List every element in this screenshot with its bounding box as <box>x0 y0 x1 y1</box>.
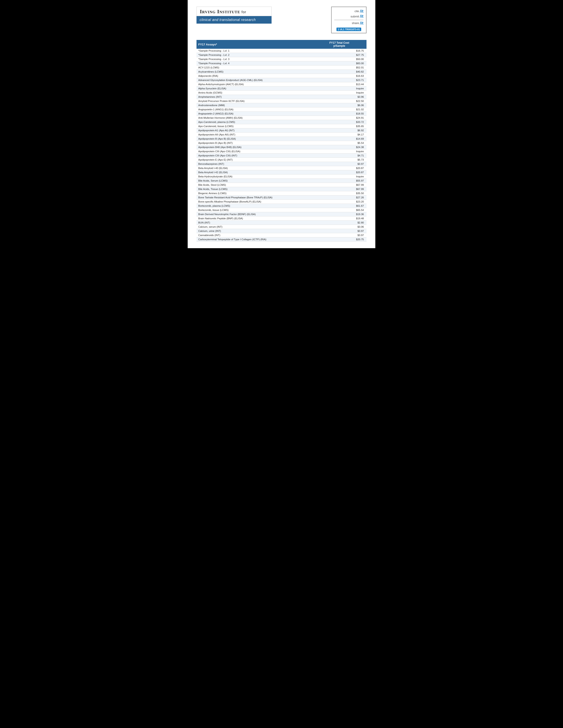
table-row: Apo-Carotenoid, tissue (LCMS)$35.65 <box>196 124 367 128</box>
assay-cost: $67.99 <box>312 187 367 191</box>
assay-cost: Inquire <box>312 86 367 91</box>
assay-cost: Inquire <box>312 174 367 179</box>
table-row: Apolipoprotein AII (Apo AII) (INT)$4.17 <box>196 133 367 137</box>
table-row: Apolipoprotein A1 (Apo AI) (INT)$6.92 <box>196 128 367 133</box>
table-row: Beta Amyloid I-40 (ELISA)$20.87 <box>196 166 367 170</box>
table-row: Bortezomib, tissue (LCMS)$65.54 <box>196 208 367 212</box>
assay-cost: $27.26 <box>312 195 367 200</box>
assay-cost: $22.50 <box>312 99 367 103</box>
assay-cost: $40.82 <box>312 70 367 74</box>
col-cost-line2: p/Sample <box>314 44 365 47</box>
assay-cost: $27.75 <box>312 53 367 57</box>
assay-name: ACY-1215 (LCMS) <box>196 66 312 70</box>
assay-cost: $50.00 <box>312 57 367 61</box>
assay-name: Brain Natriuretic Peptide (BNP) (ELISA) <box>196 216 312 221</box>
assay-cost: $2.80 <box>312 221 367 225</box>
table-row: Beta-Hydroxybutyrate (ELISA)Inquire <box>196 174 367 179</box>
cite-it-1: /it <box>360 9 364 14</box>
table-row: Calcium, serum (INT)$3.06 <box>196 225 367 229</box>
table-row: Calcium, urine (INT)$3.97 <box>196 229 367 233</box>
assay-name: Carboxyterminal Telopeptide of Type I Co… <box>196 237 312 242</box>
table-row: Cannabinoids (INT)$3.97 <box>196 233 367 237</box>
assay-name: Apo-Carotenoid, plasma (LCMS) <box>196 120 312 124</box>
table-row: Apo-Carotenoid, plasma (LCMS)$33.72 <box>196 120 367 124</box>
table-row: Bile Acids, Serum (LCMS)$55.97 <box>196 179 367 183</box>
cite-line-2: submit /it <box>334 14 364 19</box>
table-row: *Sample Processing - Lvl. 1$16.75 <box>196 49 367 53</box>
col-cost-header: FY17 Total Cost p/Sample <box>312 40 367 49</box>
assay-name: Apolipoprotein A1 (Apo AI) (INT) <box>196 128 312 133</box>
assay-name: Amyloid Precursor Protein ßCTF (ELISA) <box>196 99 312 103</box>
table-container: FY17 Assays* FY17 Total Cost p/Sample *S… <box>196 40 367 242</box>
table-row: Androstenedione (IMM)$6.06 <box>196 103 367 107</box>
table-row: Apolipoprotein B48 (Apo B48) (ELISA)$24.… <box>196 145 367 149</box>
assay-cost: $52.01 <box>312 66 367 70</box>
assay-cost: $67.99 <box>312 183 367 187</box>
assay-name: Apolipoprotein B48 (Apo B48) (ELISA) <box>196 145 312 149</box>
assay-name: *Sample Processing - Lvl. 1 <box>196 49 312 53</box>
cite-line-3: share /it <box>334 21 364 26</box>
assay-cost: $33.72 <box>312 120 367 124</box>
logo-bottom: clinical and translational research <box>196 16 271 24</box>
assay-name: Apolipoprotein B (Apo B) (INT) <box>196 141 312 145</box>
assay-cost: $23.20 <box>312 200 367 204</box>
assay-name: Angiopoietin-2 (ANG2) (ELISA) <box>196 112 312 116</box>
assay-name: Adiponectin (RIA) <box>196 74 312 78</box>
cite-line-1: cite /it <box>334 9 364 14</box>
table-row: Amino Acids (GCMS)Inquire <box>196 91 367 95</box>
assay-cost: $20.87 <box>312 166 367 170</box>
assay-cost: $3.96 <box>312 95 367 99</box>
assay-cost: $5.73 <box>312 158 367 162</box>
assay-cost: $35.50 <box>312 191 367 195</box>
assay-name: Apo-Carotenoid, tissue (LCMS) <box>196 124 312 128</box>
table-row: Angiopoietin-2 (ANG2) (ELISA)$18.55 <box>196 112 367 116</box>
cite-word-submit: submit <box>351 15 359 19</box>
table-row: Alpha-Synuclein (ELISA)Inquire <box>196 86 367 91</box>
assay-name: Brain Derived Neurotrophic Factor (BDNF)… <box>196 212 312 216</box>
table-row: ACY-1215 (LCMS)$52.01 <box>196 66 367 70</box>
table-row: Advanced Glycosylation Endproduct (AGE-C… <box>196 78 367 82</box>
cite-block: cite /it submit /it share /it 1 UL1 TR00… <box>331 7 367 33</box>
assay-cost: $23.71 <box>312 78 367 82</box>
cite-word-share: share <box>352 21 359 25</box>
assay-name: Bile Acids, Tissue (LCMS) <box>196 187 312 191</box>
assay-name: Apolipoprotein E (Apo E) (INT) <box>196 158 312 162</box>
cite-it-3: /it <box>360 21 364 26</box>
table-row: Amyloid Precursor Protein ßCTF (ELISA)$2… <box>196 99 367 103</box>
table-row: Brain Derived Neurotrophic Factor (BDNF)… <box>196 212 367 216</box>
assay-name: Beta Amyloid I-42 (ELISA) <box>196 170 312 174</box>
assay-name: Benzodiazepines (INT) <box>196 162 312 166</box>
assay-name: Bile Acids, Stool (LCMS) <box>196 183 312 187</box>
table-row: Bone-specific Alkaline Phosphatase (Bone… <box>196 200 367 204</box>
assay-cost: $3.06 <box>312 225 367 229</box>
table-row: Bile Acids, Stool (LCMS)$67.99 <box>196 183 367 187</box>
assay-cost: $65.54 <box>312 208 367 212</box>
table-row: Alpha-Antichymotrypsin (AACT) (ELISA)$13… <box>196 82 367 86</box>
assay-name: *Sample Processing - Lvl. 3 <box>196 57 312 61</box>
assay-cost: $24.38 <box>312 145 367 149</box>
assay-cost: $16.63 <box>312 74 367 78</box>
assay-cost: $14.69 <box>312 137 367 141</box>
assay-name: Advanced Glycosylation Endproduct (AGE-C… <box>196 78 312 82</box>
table-row: Bortezomib, plasma (LCMS)$61.67 <box>196 204 367 208</box>
main-content: FY17 Assays* FY17 Total Cost p/Sample *S… <box>188 38 375 248</box>
assay-name: Bone-specific Alkaline Phosphatase (Bone… <box>196 200 312 204</box>
header: Irving Institutefor clinical and transla… <box>188 0 375 38</box>
table-row: Apolipoprotein E (Apo E) (INT)$5.73 <box>196 158 367 162</box>
assay-cost: $83.00 <box>312 61 367 66</box>
table-row: *Sample Processing - Lvl. 3$50.00 <box>196 57 367 61</box>
assay-name: Beta Amyloid I-40 (ELISA) <box>196 166 312 170</box>
table-row: Bile Acids, Tissue (LCMS)$67.99 <box>196 187 367 191</box>
logo-title: Irving Institutefor <box>200 9 246 15</box>
assay-cost: $6.92 <box>312 128 367 133</box>
cite-it-2: /it <box>360 14 364 19</box>
assay-name: Apolipoprotein AII (Apo AII) (INT) <box>196 133 312 137</box>
assay-cost: $19.48 <box>312 216 367 221</box>
assay-name: Bortezomib, tissue (LCMS) <box>196 208 312 212</box>
table-row: *Sample Processing - Lvl. 2$27.75 <box>196 53 367 57</box>
cite-id: 1 UL1 TR001873-01 <box>337 28 361 31</box>
assay-name: Apolipoprotein B (Apo B) (ELISA) <box>196 137 312 141</box>
assay-name: *Sample Processing - Lvl. 4 <box>196 61 312 66</box>
assay-cost: $24.91 <box>312 116 367 120</box>
assay-cost: $61.67 <box>312 204 367 208</box>
